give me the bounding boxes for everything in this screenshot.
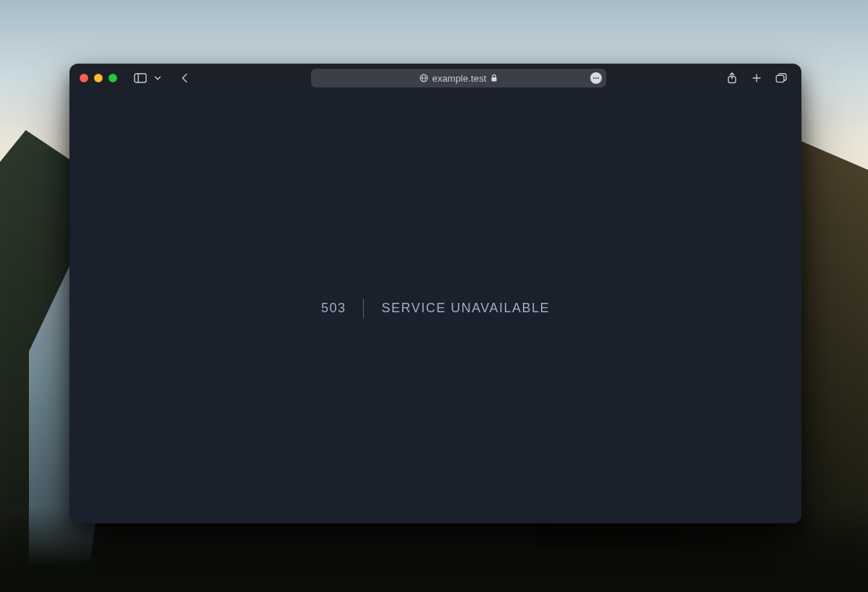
http-error-message: Service Unavailable [381, 301, 550, 316]
chevron-left-icon [181, 73, 190, 83]
sidebar-controls [130, 69, 165, 87]
svg-point-8 [597, 77, 599, 79]
website-settings-icon [420, 74, 428, 82]
window-zoom-button[interactable] [109, 74, 117, 82]
svg-rect-0 [135, 74, 146, 82]
chevron-down-icon [154, 74, 161, 82]
tab-overview-icon [775, 73, 787, 83]
svg-rect-13 [776, 75, 784, 82]
toolbar-right-controls [722, 69, 791, 87]
ellipsis-icon [592, 74, 600, 82]
sidebar-toggle-button[interactable] [130, 69, 150, 87]
sidebar-icon [134, 73, 147, 83]
page-options-button[interactable] [590, 72, 602, 84]
plus-icon [752, 73, 762, 83]
share-button[interactable] [722, 69, 742, 87]
address-bar[interactable]: example.test [311, 69, 606, 87]
http-error-code: 503 [321, 299, 365, 318]
page-content: 503 Service Unavailable [69, 93, 801, 523]
tab-groups-button[interactable] [150, 69, 165, 87]
new-tab-button[interactable] [746, 69, 767, 87]
window-controls [80, 74, 117, 82]
svg-point-7 [595, 77, 597, 79]
svg-rect-5 [492, 77, 497, 82]
http-error: 503 Service Unavailable [321, 299, 550, 318]
browser-toolbar: example.test [69, 64, 801, 93]
svg-point-6 [593, 77, 595, 79]
lock-icon [490, 74, 498, 82]
window-close-button[interactable] [80, 74, 88, 82]
tab-overview-button[interactable] [771, 69, 791, 87]
address-bar-host: example.test [433, 73, 487, 84]
back-button[interactable] [175, 69, 195, 87]
share-icon [727, 72, 737, 84]
window-minimize-button[interactable] [94, 74, 103, 82]
address-bar-content: example.test [420, 73, 498, 84]
browser-window: example.test [69, 64, 801, 523]
